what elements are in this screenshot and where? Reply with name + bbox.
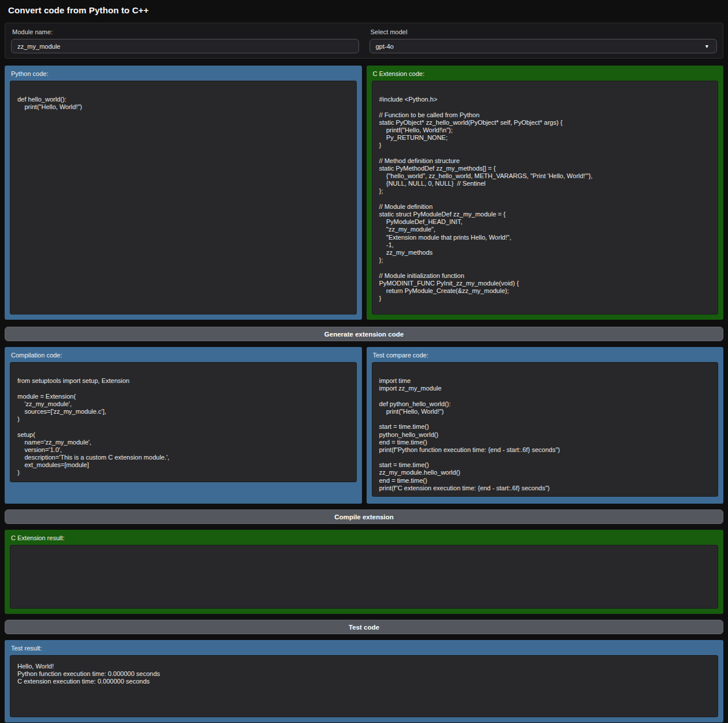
model-select-label: Select model <box>371 28 718 35</box>
test-code-button[interactable]: Test code <box>5 620 723 634</box>
module-name-field: Module name: <box>11 28 359 53</box>
compilation-code-textarea[interactable]: from setuptools import setup, Extension … <box>10 362 357 482</box>
test-result-textarea[interactable]: Hello, World! Python function execution … <box>10 655 718 717</box>
model-select-value: gpt-4o <box>376 43 394 50</box>
test-result-label: Test result: <box>11 644 718 652</box>
python-code-textarea[interactable]: def hello_world(): print("Hello, World!"… <box>10 81 357 314</box>
test-result-panel: Test result: Hello, World! Python functi… <box>5 640 723 722</box>
c-extension-code-label: C Extension code: <box>373 70 719 78</box>
test-compare-code-textarea[interactable]: import time import zz_my_module def pyth… <box>372 362 719 497</box>
page-title: Convert code from Python to C++ <box>8 5 720 15</box>
compile-test-row: Compilation code: from setuptools import… <box>5 347 723 504</box>
compilation-code-label: Compilation code: <box>11 351 357 359</box>
test-compare-code-panel: Test compare code: import time import zz… <box>367 347 724 504</box>
dropdown-arrow-icon: ▾ <box>705 43 708 49</box>
generate-extension-code-button[interactable]: Generate extension code <box>5 327 723 341</box>
model-select[interactable]: gpt-4o ▾ <box>370 39 718 53</box>
compilation-code-panel: Compilation code: from setuptools import… <box>5 347 362 504</box>
c-extension-code-panel: C Extension code: #include <Python.h> //… <box>367 66 724 320</box>
code-row: Python code: def hello_world(): print("H… <box>5 66 723 320</box>
compile-extension-button[interactable]: Compile extension <box>5 509 723 524</box>
module-name-input[interactable] <box>11 39 359 53</box>
config-panel: Module name: Select model gpt-4o ▾ <box>5 23 723 59</box>
python-code-label: Python code: <box>11 70 357 78</box>
module-name-label: Module name: <box>12 28 359 35</box>
c-extension-result-textarea[interactable] <box>10 545 718 609</box>
c-extension-result-label: C Extension result: <box>11 534 718 542</box>
c-extension-result-panel: C Extension result: <box>5 530 723 614</box>
c-extension-code-textarea[interactable]: #include <Python.h> // Function to be ca… <box>372 81 719 314</box>
test-compare-code-label: Test compare code: <box>373 351 719 359</box>
model-select-field: Select model gpt-4o ▾ <box>370 28 718 53</box>
python-code-panel: Python code: def hello_world(): print("H… <box>5 66 362 320</box>
